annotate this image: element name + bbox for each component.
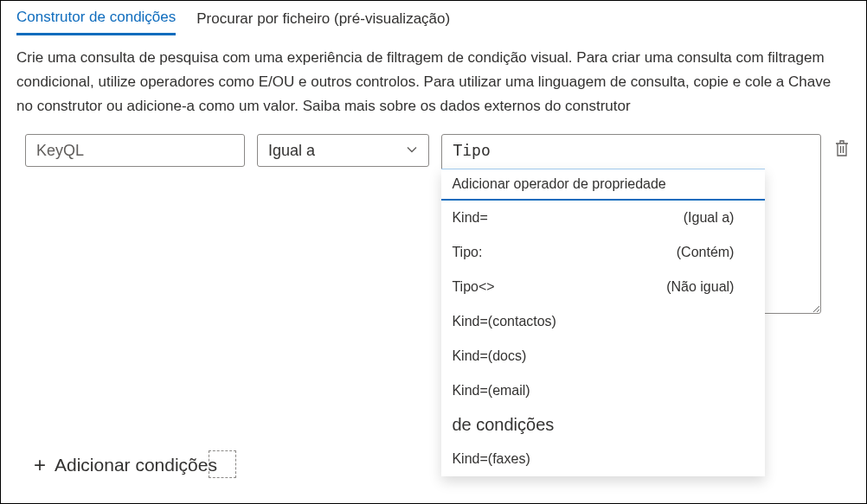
dropdown-header: Adicionar operador de propriedade: [441, 169, 765, 201]
dropdown-item-label: Kind=(docs): [452, 348, 526, 364]
dropdown-item-label: Kind=(faxes): [452, 451, 530, 467]
plus-icon: +: [34, 453, 46, 477]
dropdown-group-label: de condições: [441, 408, 765, 442]
dropdown-item-label: Tipo:: [452, 245, 482, 260]
dropdown-item-hint: (Igual a): [684, 210, 755, 226]
dropdown-item-hint: [734, 314, 755, 329]
dropdown-item-hint: (Contém): [677, 245, 755, 260]
operator-label: Igual a: [268, 142, 315, 160]
dropdown-item-label: Kind=: [452, 210, 487, 226]
add-conditions-label: Adicionar condições: [55, 455, 217, 475]
dropdown-item[interactable]: Kind=(docs): [441, 339, 765, 373]
dropdown-item-label: Tipo<>: [452, 279, 494, 295]
dropdown-item-label: Kind=(contactos): [452, 314, 556, 329]
condition-row: Igual a Tipo Adicionar operador de propr…: [1, 122, 866, 316]
tab-search-file[interactable]: Procurar por ficheiro (pré-visualização): [196, 5, 450, 35]
description-text: Crie uma consulta de pesquisa com uma ex…: [1, 35, 866, 122]
field-value-wrap: Tipo Adicionar operador de propriedade K…: [441, 134, 821, 316]
dropdown-item[interactable]: Kind=(contactos): [441, 304, 765, 339]
field-operator-select[interactable]: Igual a: [257, 134, 429, 167]
property-operator-dropdown: Adicionar operador de propriedade Kind=(…: [441, 169, 765, 476]
dropdown-item-hint: [734, 383, 755, 399]
dropdown-item[interactable]: Kind=(faxes): [441, 442, 765, 476]
dropdown-item[interactable]: Kind=(Igual a): [441, 201, 765, 235]
dropdown-item[interactable]: Tipo:(Contém): [441, 235, 765, 270]
dropdown-item[interactable]: Tipo<>(Não igual): [441, 270, 765, 304]
tab-condition-builder[interactable]: Construtor de condições: [16, 3, 176, 35]
dropdown-item-hint: [734, 451, 755, 467]
chevron-down-icon: [406, 142, 418, 160]
dropdown-item-hint: [734, 348, 755, 364]
tabs-bar: Construtor de condições Procurar por fic…: [1, 1, 866, 35]
delete-icon[interactable]: [833, 139, 851, 161]
add-conditions-button[interactable]: + Adicionar condições: [34, 453, 217, 477]
dropdown-item-hint: (Não igual): [666, 279, 755, 295]
dropdown-item-label: Kind=(email): [452, 383, 530, 399]
field-property-input[interactable]: [25, 134, 245, 167]
dropdown-item[interactable]: Kind=(email): [441, 373, 765, 408]
